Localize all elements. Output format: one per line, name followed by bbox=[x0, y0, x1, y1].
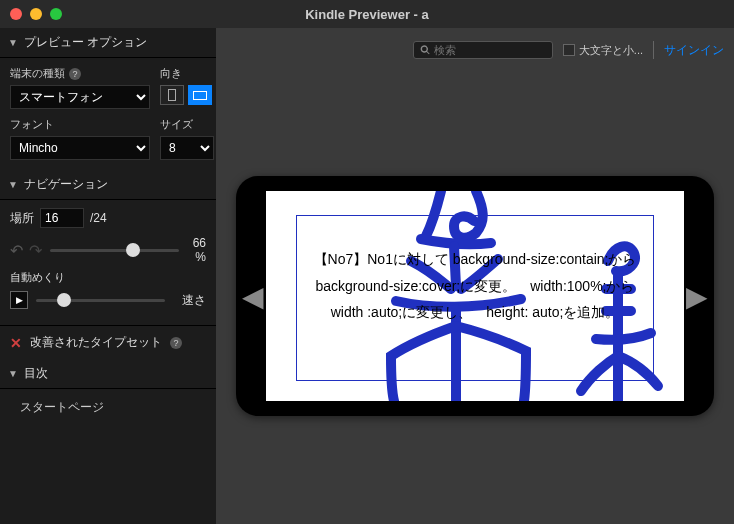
page-line-1: 【No7】No1に対して background-size:contain;から bbox=[311, 246, 639, 273]
navigation-title: ナビゲーション bbox=[24, 176, 108, 193]
device-screen: 【No7】No1に対して background-size:contain;から … bbox=[266, 191, 684, 401]
size-select[interactable]: 8 bbox=[160, 136, 214, 160]
preview-area: ◀ bbox=[216, 68, 734, 524]
orientation-toggle bbox=[160, 85, 212, 105]
speed-label: 速さ bbox=[173, 292, 206, 309]
play-button[interactable]: ▶ bbox=[10, 291, 28, 309]
enhanced-typeset-row: ✕ 改善されたタイプセット ? bbox=[0, 325, 216, 359]
chevron-down-icon: ▼ bbox=[8, 37, 18, 48]
device-type-select[interactable]: スマートフォン bbox=[10, 85, 150, 109]
autoplay-label: 自動めくり bbox=[10, 270, 206, 285]
help-icon[interactable]: ? bbox=[170, 337, 182, 349]
chevron-down-icon: ▼ bbox=[8, 368, 18, 379]
match-case-checkbox[interactable]: 大文字と小... bbox=[563, 43, 643, 58]
location-input[interactable] bbox=[40, 208, 84, 228]
portrait-button[interactable] bbox=[160, 85, 184, 105]
divider bbox=[653, 41, 654, 59]
page-line-3: width :auto;に変更し、 height: auto;を追加。 bbox=[311, 299, 639, 326]
preview-options-header[interactable]: ▼ プレビュー オプション bbox=[0, 28, 216, 58]
device-type-label: 端末の種類 ? bbox=[10, 66, 150, 81]
device-frame: ◀ bbox=[236, 176, 714, 416]
preview-options-title: プレビュー オプション bbox=[24, 34, 147, 51]
sidebar: ▼ プレビュー オプション 端末の種類 ? スマートフォン 向き bbox=[0, 28, 216, 524]
page-line-2: background-size:cover;に変更。 width:100%;から bbox=[311, 273, 639, 300]
orientation-label: 向き bbox=[160, 66, 212, 81]
window-title: Kindle Previewer - a bbox=[0, 7, 734, 22]
search-box[interactable] bbox=[413, 41, 553, 59]
font-select[interactable]: Mincho bbox=[10, 136, 150, 160]
undo-icon[interactable]: ↶ bbox=[10, 241, 23, 260]
page-content: 【No7】No1に対して background-size:contain;から … bbox=[296, 215, 654, 381]
size-label: サイズ bbox=[160, 117, 214, 132]
toc-item-start[interactable]: スタートページ bbox=[0, 389, 216, 426]
landscape-button[interactable] bbox=[188, 85, 212, 105]
titlebar: Kindle Previewer - a bbox=[0, 0, 734, 28]
zoom-slider[interactable] bbox=[50, 249, 179, 252]
location-total: /24 bbox=[90, 211, 107, 225]
chevron-down-icon: ▼ bbox=[8, 179, 18, 190]
font-label: フォント bbox=[10, 117, 150, 132]
help-icon[interactable]: ? bbox=[69, 68, 81, 80]
x-icon: ✕ bbox=[10, 335, 22, 351]
content-area: 大文字と小... サインイン ◀ bbox=[216, 28, 734, 524]
toc-header[interactable]: ▼ 目次 bbox=[0, 359, 216, 389]
redo-icon[interactable]: ↷ bbox=[29, 241, 42, 260]
search-icon bbox=[420, 44, 431, 56]
toc-title: 目次 bbox=[24, 365, 48, 382]
location-label: 場所 bbox=[10, 210, 34, 227]
zoom-percent: 66 % bbox=[187, 236, 206, 264]
next-page-button[interactable]: ▶ bbox=[686, 280, 708, 313]
toolbar: 大文字と小... サインイン bbox=[216, 32, 734, 68]
signin-link[interactable]: サインイン bbox=[664, 42, 724, 59]
navigation-header[interactable]: ▼ ナビゲーション bbox=[0, 170, 216, 200]
speed-slider[interactable] bbox=[36, 299, 165, 302]
prev-page-button[interactable]: ◀ bbox=[242, 280, 264, 313]
typeset-label: 改善されたタイプセット bbox=[30, 334, 162, 351]
checkbox-icon bbox=[563, 44, 575, 56]
search-input[interactable] bbox=[434, 44, 545, 56]
